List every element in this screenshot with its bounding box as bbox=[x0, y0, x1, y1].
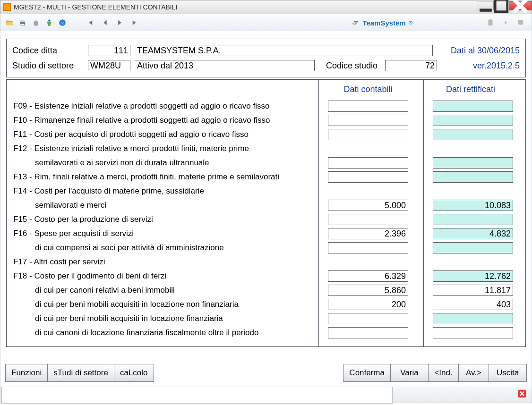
dati-contabili-field[interactable]: 2.396 bbox=[328, 228, 408, 239]
nav-last-icon[interactable] bbox=[129, 17, 141, 29]
status-close-icon[interactable] bbox=[517, 389, 527, 400]
dati-contabili-field[interactable]: 5.000 bbox=[328, 200, 408, 211]
dati-rettificati-field[interactable] bbox=[433, 171, 513, 183]
col-dati-contabili: Dati contabili bbox=[318, 84, 418, 94]
data-row: F09 - Esistenze iniziali relative a prod… bbox=[13, 99, 525, 113]
header-panel: Codice ditta 111 TEAMSYSTEM S.P.A. Dati … bbox=[6, 39, 526, 77]
studi-button[interactable]: sTudi di settore bbox=[48, 364, 114, 382]
row-label: F14 - Costi per l'acquisto di materie pr… bbox=[13, 186, 318, 196]
studio-settore-field[interactable]: WM28U bbox=[88, 60, 130, 71]
dati-rettificati-field[interactable]: 12.762 bbox=[433, 270, 513, 282]
dati-rettificati-field[interactable]: 4.832 bbox=[433, 228, 513, 239]
app-icon bbox=[3, 3, 11, 11]
grab-icon[interactable] bbox=[30, 17, 42, 29]
dati-contabili-field[interactable] bbox=[328, 115, 408, 126]
row-label: di cui per canoni relativi a beni immobi… bbox=[13, 286, 318, 295]
version-label: ver.2015.2.5 bbox=[473, 61, 520, 71]
brand-text: TeamSystem bbox=[362, 19, 405, 27]
attivo-dal-field[interactable]: Attivo dal 2013 bbox=[135, 60, 315, 71]
dati-contabili-field[interactable] bbox=[328, 313, 408, 324]
dati-contabili-field[interactable] bbox=[328, 171, 408, 183]
svg-rect-7 bbox=[489, 20, 493, 25]
dati-rettificati-field[interactable] bbox=[433, 327, 513, 338]
data-row: semilavorati e merci5.00010.083 bbox=[13, 198, 525, 212]
nav-first-icon[interactable] bbox=[84, 17, 96, 29]
nav-prev-icon[interactable] bbox=[99, 17, 111, 29]
data-row: di cui per beni mobili acquisiti in loca… bbox=[13, 312, 525, 326]
dati-contabili-field[interactable]: 6.329 bbox=[328, 270, 408, 282]
dati-contabili-field[interactable]: 5.860 bbox=[328, 285, 408, 296]
funzioni-button[interactable]: Funzioni bbox=[5, 364, 48, 382]
codice-studio-field[interactable]: 72 bbox=[385, 60, 437, 71]
data-row: F13 - Rim. finali relative a merci, prod… bbox=[13, 170, 525, 184]
maximize-button[interactable] bbox=[493, 1, 509, 10]
dati-rettificati-field[interactable] bbox=[433, 129, 513, 140]
calcolo-button[interactable]: caLcolo bbox=[114, 364, 154, 382]
dati-rettificati-field[interactable] bbox=[433, 242, 513, 253]
codice-ditta-field[interactable]: 111 bbox=[88, 45, 130, 56]
window-title: MGEST2 - MULTI - GESTIONE ELEMENTI CONTA… bbox=[14, 3, 177, 11]
clipboard-icon[interactable] bbox=[484, 17, 497, 29]
toolbar: ? TeamSystem® bbox=[0, 14, 532, 31]
dati-rettificati-field[interactable] bbox=[433, 101, 513, 112]
dati-rettificati-field[interactable] bbox=[433, 214, 513, 225]
button-bar: Funzioni sTudi di settore caLcolo Confer… bbox=[5, 364, 527, 382]
svg-rect-3 bbox=[21, 20, 25, 22]
data-row: di cui per beni mobili acquisiti in loca… bbox=[13, 297, 525, 312]
row-label: di cui canoni di locazione finanziaria f… bbox=[13, 328, 318, 338]
data-row: F11 - Costi per acquisto di prodotti sog… bbox=[13, 127, 525, 142]
dati-contabili-field[interactable]: 200 bbox=[328, 299, 408, 310]
dati-rettificati-field[interactable] bbox=[433, 157, 513, 169]
data-row: di cui compensi ai soci per attività di … bbox=[13, 241, 525, 255]
codice-ditta-label: Codice ditta bbox=[12, 46, 83, 56]
dati-rettificati-field[interactable] bbox=[433, 313, 513, 324]
help-icon[interactable]: ? bbox=[56, 17, 69, 29]
data-row: F18 - Costo per il godimento di beni di … bbox=[13, 269, 525, 283]
data-row: F10 - Rimanenze finali relative a prodot… bbox=[13, 113, 525, 127]
data-row: F16 - Spese per acquisti di servizi2.396… bbox=[13, 227, 525, 241]
data-row: F14 - Costi per l'acquisto di materie pr… bbox=[13, 184, 525, 198]
row-label: F18 - Costo per il godimento di beni di … bbox=[13, 271, 318, 281]
open-icon[interactable] bbox=[3, 17, 16, 29]
dati-al-label: Dati al 30/06/2015 bbox=[451, 46, 520, 56]
uscita-button[interactable]: Uscita bbox=[489, 364, 527, 382]
svg-text:?: ? bbox=[61, 20, 64, 25]
data-row: di cui canoni di locazione finanziaria f… bbox=[13, 326, 525, 340]
dati-contabili-field[interactable] bbox=[328, 129, 408, 140]
dati-contabili-field[interactable] bbox=[328, 242, 408, 253]
row-label: F10 - Rimanenze finali relative a prodot… bbox=[13, 116, 318, 125]
dati-contabili-field[interactable] bbox=[328, 157, 408, 169]
dati-rettificati-field[interactable]: 11.817 bbox=[433, 285, 513, 296]
av-button[interactable]: Av.> bbox=[459, 364, 489, 382]
row-label: di cui per beni mobili acquisiti in loca… bbox=[13, 300, 318, 309]
status-bar bbox=[0, 386, 532, 403]
divider bbox=[423, 80, 424, 346]
row-label: F13 - Rim. finali relative a merci, prod… bbox=[13, 172, 318, 182]
export-icon[interactable] bbox=[43, 17, 55, 29]
varia-button[interactable]: Varia bbox=[391, 364, 429, 382]
nav-next-icon[interactable] bbox=[114, 17, 126, 29]
print-icon[interactable] bbox=[17, 17, 29, 29]
row-label: semilavorati e ai servizi non di durata … bbox=[13, 158, 318, 168]
ind-button[interactable]: <Ind. bbox=[429, 364, 459, 382]
dati-contabili-field[interactable] bbox=[328, 101, 408, 112]
dati-contabili-field[interactable] bbox=[328, 327, 408, 338]
svg-rect-8 bbox=[489, 19, 492, 21]
dati-contabili-field[interactable] bbox=[328, 214, 408, 225]
data-row: di cui per canoni relativi a beni immobi… bbox=[13, 283, 525, 297]
dati-rettificati-field[interactable]: 403 bbox=[433, 299, 513, 310]
row-label: F11 - Costi per acquisto di prodotti sog… bbox=[13, 130, 318, 139]
studio-settore-label: Studio di settore bbox=[12, 61, 83, 71]
dati-rettificati-field[interactable]: 10.083 bbox=[433, 200, 513, 211]
close-button[interactable] bbox=[509, 1, 532, 10]
svg-rect-0 bbox=[480, 8, 492, 11]
forward-icon[interactable] bbox=[499, 17, 512, 29]
codice-studio-label: Codice studio bbox=[326, 61, 378, 71]
row-label: di cui compensi ai soci per attività di … bbox=[13, 243, 318, 253]
dati-rettificati-field[interactable] bbox=[433, 115, 513, 126]
minimize-button[interactable] bbox=[478, 1, 494, 10]
client-area: Codice ditta 111 TEAMSYSTEM S.P.A. Dati … bbox=[0, 31, 532, 403]
conferma-button[interactable]: Conferma bbox=[343, 364, 391, 382]
stack-icon[interactable] bbox=[515, 17, 527, 29]
ragione-sociale-field[interactable]: TEAMSYSTEM S.P.A. bbox=[135, 45, 433, 56]
